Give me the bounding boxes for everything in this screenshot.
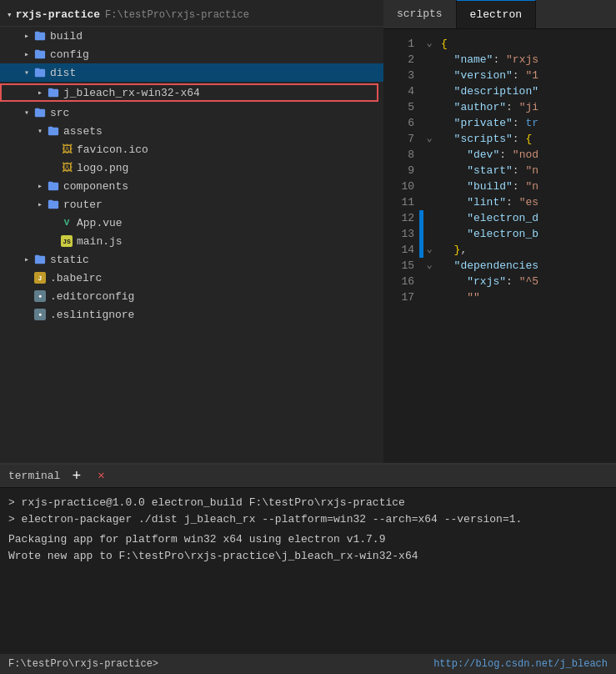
sidebar-item-label: static	[50, 254, 89, 266]
editor-panel: scripts electron 1 2 3 4 5 6 7 8 9 10 11…	[383, 0, 616, 463]
terminal-area: terminal + ✕ > rxjs-practice@1.0.0 elect…	[0, 463, 616, 674]
code-line: ""	[441, 289, 616, 305]
terminal-close-button[interactable]: ✕	[93, 466, 109, 486]
code-editor[interactable]: { "name": "rxjs "version": "1 "descripti…	[438, 29, 616, 463]
terminal-prompt: F:\testPro\rxjs-practice>	[8, 658, 158, 670]
code-line: "scripts": {	[441, 131, 616, 147]
project-name: rxjs-practice	[16, 8, 100, 21]
image-file-icon: 🖼	[60, 161, 73, 174]
arrow-icon	[33, 124, 47, 138]
dot-file-icon: ●	[33, 308, 47, 321]
folder-icon	[33, 48, 47, 61]
sidebar-item-label: src	[50, 107, 69, 119]
arrow-icon	[33, 179, 47, 193]
editor-gutter: ⌄ ⌄ ⌄ ⌄	[421, 29, 438, 463]
code-line: "lint": "es	[441, 194, 616, 210]
vue-file-icon: V	[60, 216, 73, 229]
sidebar-item-j-bleach[interactable]: j_bleach_rx-win32-x64	[0, 83, 378, 102]
tab-label: electron	[470, 8, 522, 21]
sidebar-item-label: dist	[50, 67, 76, 79]
sidebar-item-label: main.js	[77, 235, 123, 248]
terminal-title: terminal	[8, 470, 60, 482]
arrow-icon	[20, 29, 33, 43]
folder-icon	[47, 198, 60, 211]
sidebar-item-config[interactable]: config	[0, 45, 383, 63]
folder-icon	[33, 66, 47, 79]
json-file-icon: J	[33, 271, 47, 284]
sidebar-item-label: components	[63, 180, 128, 193]
sidebar-item-label: .babelrc	[50, 272, 102, 284]
sidebar-item-label: .eslintignore	[50, 309, 134, 321]
terminal-header: terminal + ✕	[0, 465, 616, 488]
folder-icon	[47, 124, 60, 138]
code-line: "dependencies	[441, 258, 616, 274]
js-file-icon: JS	[60, 234, 73, 248]
terminal-output-line: Packaging app for platform win32 x64 usi…	[8, 531, 608, 548]
editor-tabs: scripts electron	[383, 0, 616, 29]
sidebar-item-dist[interactable]: dist	[0, 63, 383, 82]
sidebar-item-label: j_bleach_rx-win32-x64	[63, 87, 200, 99]
sidebar-item-label: App.vue	[77, 217, 123, 229]
terminal-line: > electron-packager ./dist j_bleach_rx -…	[8, 511, 608, 528]
code-line: {	[441, 36, 616, 52]
arrow-icon	[33, 86, 47, 99]
sidebar-item-label: logo.png	[77, 162, 128, 174]
terminal-body: > rxjs-practice@1.0.0 electron_build F:\…	[0, 488, 616, 654]
tab-scripts[interactable]: scripts	[383, 0, 457, 28]
sidebar-item-babelrc[interactable]: J .babelrc	[0, 269, 383, 287]
sidebar-item-router[interactable]: router	[0, 195, 383, 214]
sidebar: ▾ rxjs-practice F:\testPro\rxjs-practice…	[0, 0, 383, 463]
sidebar-item-label: assets	[63, 125, 103, 138]
editor-content: 1 2 3 4 5 6 7 8 9 10 11 12 13 14 15 16 1…	[383, 29, 616, 463]
sidebar-item-label: config	[50, 48, 89, 61]
code-line: "name": "rxjs	[441, 52, 616, 68]
terminal-link[interactable]: http://blog.csdn.net/j_bleach	[433, 658, 608, 670]
sidebar-item-mainjs[interactable]: JS main.js	[0, 232, 383, 250]
code-line: 💡 "electron_b	[441, 226, 616, 242]
arrow-icon	[20, 106, 33, 119]
project-path: F:\testPro\rxjs-practice	[105, 9, 249, 21]
code-line: "author": "ji	[441, 99, 616, 115]
terminal-controls: + ✕	[67, 466, 109, 486]
folder-icon	[47, 86, 60, 99]
folder-icon	[33, 29, 47, 43]
terminal-output-line: Wrote new app to F:\testPro\rxjs-practic…	[8, 548, 608, 565]
terminal-add-button[interactable]: +	[67, 466, 86, 486]
project-title-bar[interactable]: ▾ rxjs-practice F:\testPro\rxjs-practice	[0, 3, 383, 27]
code-line: "start": "n	[441, 163, 616, 179]
sidebar-item-src[interactable]: src	[0, 103, 383, 122]
code-line: "version": "1	[441, 68, 616, 83]
line-numbers: 1 2 3 4 5 6 7 8 9 10 11 12 13 14 15 16 1…	[383, 29, 421, 463]
sidebar-item-static[interactable]: static	[0, 250, 383, 269]
arrow-icon	[20, 253, 33, 266]
folder-icon	[33, 253, 47, 266]
sidebar-item-label: build	[50, 30, 83, 43]
arrow-icon	[33, 198, 47, 211]
image-file-icon: 🖼	[60, 143, 73, 156]
code-line: "build": "n	[441, 179, 616, 194]
code-line: "rxjs": "^5	[441, 274, 616, 289]
code-line: "electron_d	[441, 210, 616, 226]
sidebar-item-components[interactable]: components	[0, 177, 383, 195]
project-arrow: ▾	[7, 9, 13, 20]
sidebar-item-assets[interactable]: assets	[0, 122, 383, 140]
folder-icon	[33, 106, 47, 119]
code-line: "private": tr	[441, 115, 616, 131]
sidebar-item-label: .editorconfig	[50, 290, 134, 303]
code-line: },	[441, 242, 616, 258]
folder-icon	[47, 179, 60, 193]
sidebar-item-editorconfig[interactable]: ● .editorconfig	[0, 287, 383, 305]
code-line: "dev": "nod	[441, 147, 616, 163]
sidebar-item-appvue[interactable]: V App.vue	[0, 214, 383, 232]
tab-electron[interactable]: electron	[457, 0, 536, 28]
dot-file-icon: ●	[33, 289, 47, 303]
sidebar-item-label: favicon.ico	[77, 143, 148, 156]
sidebar-item-logo[interactable]: 🖼 logo.png	[0, 158, 383, 177]
arrow-icon	[20, 48, 33, 61]
terminal-line: > rxjs-practice@1.0.0 electron_build F:\…	[8, 495, 608, 511]
sidebar-item-build[interactable]: build	[0, 27, 383, 45]
sidebar-item-eslintignore[interactable]: ● .eslintignore	[0, 305, 383, 324]
sidebar-item-favicon[interactable]: 🖼 favicon.ico	[0, 140, 383, 158]
sidebar-item-label: router	[63, 199, 103, 211]
arrow-icon	[20, 66, 33, 79]
